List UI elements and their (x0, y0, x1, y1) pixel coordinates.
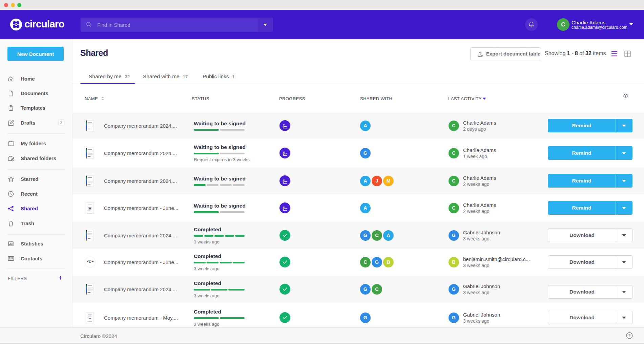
svg-text:?: ? (628, 334, 630, 338)
